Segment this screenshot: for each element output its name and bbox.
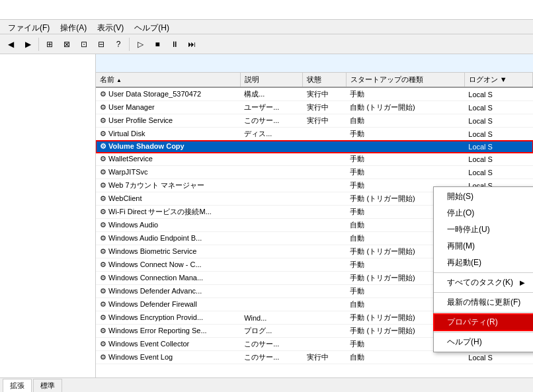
context-menu-item[interactable]: 停止(O) bbox=[434, 205, 533, 221]
submenu-arrow-icon: ▶ bbox=[520, 279, 525, 286]
context-menu-separator bbox=[434, 292, 533, 293]
table-row[interactable]: ⚙Windows Event Logこのサー...実行中自動Local S bbox=[96, 351, 533, 364]
table-row[interactable]: ⚙WarpJITSvc手動Local S bbox=[96, 166, 533, 179]
toolbar-pause[interactable]: ⏸ bbox=[167, 36, 183, 52]
context-menu-item-label: 最新の情報に更新(F) bbox=[447, 297, 520, 308]
maximize-button[interactable] bbox=[466, 3, 496, 17]
context-menu-item-label: 停止(O) bbox=[447, 208, 474, 219]
toolbar-btn2[interactable]: ⊠ bbox=[59, 36, 75, 52]
close-button[interactable] bbox=[497, 3, 528, 17]
toolbar-stop[interactable]: ■ bbox=[149, 36, 165, 52]
col-desc[interactable]: 説明 bbox=[240, 73, 303, 87]
table-row[interactable]: ⚙Volume Shadow CopyLocal S bbox=[96, 141, 533, 153]
col-name[interactable]: 名前 ▲ bbox=[96, 73, 240, 87]
context-menu-item-label: ヘルプ(H) bbox=[447, 336, 482, 348]
context-menu-separator bbox=[434, 312, 533, 313]
right-panel: 名前 ▲ 説明 状態 スタートアップの種類 ログオン ▼ ⚙User Data … bbox=[96, 54, 533, 377]
title-bar bbox=[0, 0, 533, 20]
context-menu-item[interactable]: ヘルプ(H) bbox=[434, 334, 533, 350]
table-row[interactable]: ⚙User Profile Serviceこのサー...実行中自動Local S bbox=[96, 114, 533, 128]
context-menu-item[interactable]: プロパティ(R) bbox=[434, 314, 533, 331]
context-menu-item-label: プロパティ(R) bbox=[447, 317, 498, 328]
toolbar-btn3[interactable]: ⊡ bbox=[76, 36, 92, 52]
menu-item[interactable]: ファイル(F) bbox=[3, 21, 55, 32]
context-menu-item-label: 再開(M) bbox=[447, 241, 475, 252]
status-bar: 拡張 標準 bbox=[0, 377, 533, 392]
context-menu-item[interactable]: すべてのタスク(K)▶ bbox=[434, 274, 533, 291]
menu-item[interactable]: 操作(A) bbox=[55, 21, 92, 32]
toolbar-btn1[interactable]: ⊞ bbox=[42, 36, 58, 52]
left-panel bbox=[0, 54, 96, 377]
col-logon[interactable]: ログオン ▼ bbox=[464, 73, 532, 87]
toolbar-back[interactable]: ◀ bbox=[3, 36, 19, 52]
context-menu: 開始(S)停止(O)一時停止(U)再開(M)再起動(E)すべてのタスク(K)▶最… bbox=[433, 186, 533, 352]
right-panel-header bbox=[96, 54, 533, 73]
context-menu-separator bbox=[434, 272, 533, 273]
context-menu-item-label: 一時停止(U) bbox=[447, 224, 490, 235]
toolbar-play[interactable]: ▷ bbox=[132, 36, 148, 52]
toolbar-skip[interactable]: ⏭ bbox=[184, 36, 200, 52]
table-row[interactable]: ⚙WalletService手動Local S bbox=[96, 153, 533, 166]
menu-item[interactable]: ヘルプ(H) bbox=[129, 21, 175, 32]
context-menu-item-label: すべてのタスク(K) bbox=[447, 277, 513, 288]
table-row[interactable]: ⚙Virtual Diskディス...手動Local S bbox=[96, 128, 533, 141]
toolbar-help[interactable]: ? bbox=[110, 36, 126, 52]
table-row[interactable]: ⚙User Managerユーザー...実行中自動 (トリガー開始)Local … bbox=[96, 101, 533, 114]
toolbar: ◀ ▶ ⊞ ⊠ ⊡ ⊟ ? ▷ ■ ⏸ ⏭ bbox=[0, 34, 533, 54]
tab-extended[interactable]: 拡張 bbox=[3, 379, 32, 392]
col-startup[interactable]: スタートアップの種類 bbox=[346, 73, 464, 87]
tab-standard[interactable]: 標準 bbox=[33, 379, 62, 392]
menu-item[interactable]: 表示(V) bbox=[92, 21, 129, 32]
table-row[interactable]: ⚙User Data Storage_5370472構成...実行中手動Loca… bbox=[96, 87, 533, 101]
context-menu-item[interactable]: 開始(S) bbox=[434, 188, 533, 205]
toolbar-btn4[interactable]: ⊟ bbox=[93, 36, 109, 52]
toolbar-forward[interactable]: ▶ bbox=[20, 36, 36, 52]
menu-bar: ファイル(F)操作(A)表示(V)ヘルプ(H) bbox=[0, 20, 533, 34]
col-status[interactable]: 状態 bbox=[303, 73, 346, 87]
minimize-button[interactable] bbox=[434, 3, 464, 17]
context-menu-item[interactable]: 再起動(E) bbox=[434, 255, 533, 271]
context-menu-item[interactable]: 一時停止(U) bbox=[434, 221, 533, 238]
context-menu-separator bbox=[434, 332, 533, 333]
context-menu-item[interactable]: 再開(M) bbox=[434, 238, 533, 255]
context-menu-item-label: 開始(S) bbox=[447, 191, 473, 202]
context-menu-item-label: 再起動(E) bbox=[447, 257, 481, 268]
context-menu-item[interactable]: 最新の情報に更新(F) bbox=[434, 294, 533, 311]
